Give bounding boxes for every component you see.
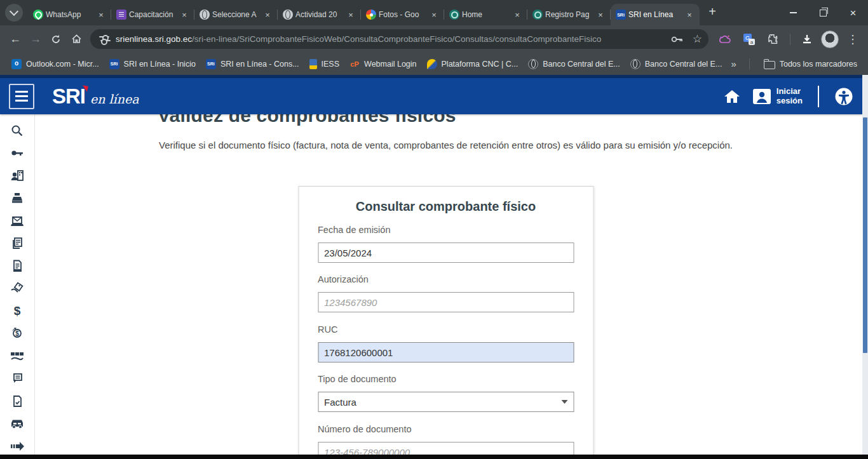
ruc-input[interactable] — [318, 342, 574, 363]
bookmark-star-icon[interactable]: ☆ — [693, 32, 702, 46]
sri-logo[interactable]: SRI en línea — [52, 84, 139, 109]
maximize-button[interactable] — [808, 0, 838, 25]
tab-close-icon[interactable]: × — [684, 10, 695, 20]
tab-close-icon[interactable]: × — [96, 10, 106, 20]
tab-capacitacion[interactable]: Capacitación × — [111, 4, 194, 25]
document-lines-icon[interactable] — [4, 255, 30, 277]
scrollbar-thumb[interactable] — [863, 117, 867, 353]
tab-actividad[interactable]: Actividad 20 × — [278, 4, 361, 25]
address-bar[interactable]: srienlinea.sri.gob.ec/sri-en-linea/SriCo… — [90, 29, 709, 49]
bookmark-sri-inicio[interactable]: SRI en Línea - Inicio — [104, 57, 201, 72]
bookmark-label: Outlook.com - Micr... — [26, 60, 99, 69]
tab-search-button[interactable] — [5, 4, 23, 22]
bookmark-label: Banco Central del E... — [543, 60, 620, 69]
payment-bills-icon[interactable] — [4, 345, 30, 368]
browser-menu-button[interactable]: ⋮ — [843, 29, 863, 50]
bookmark-bce-1[interactable]: Banco Central del E... — [523, 57, 625, 72]
bookmark-webmail[interactable]: Webmail Login — [344, 57, 421, 72]
tipo-documento-select[interactable]: Factura — [318, 392, 574, 412]
menu-hamburger-button[interactable] — [9, 84, 34, 109]
tab-title: Fotos - Goo — [379, 10, 426, 19]
svg-text:a: a — [750, 39, 754, 44]
autorizacion-input[interactable] — [318, 292, 574, 312]
back-button[interactable]: ← — [5, 29, 25, 50]
declaration-check-icon[interactable] — [4, 390, 30, 413]
fecha-emision-input[interactable] — [318, 243, 574, 263]
profile-avatar[interactable] — [821, 30, 839, 48]
key-access-icon[interactable] — [4, 142, 30, 165]
tab-title: Actividad 20 — [295, 10, 343, 19]
electronic-mail-icon[interactable] — [4, 210, 30, 232]
bookmark-label: Webmail Login — [364, 60, 416, 69]
search-icon[interactable] — [4, 119, 30, 142]
tab-home[interactable]: Home × — [444, 4, 527, 25]
tab-whatsapp[interactable]: WhatsApp × — [28, 4, 111, 25]
tab-strip: WhatsApp × Capacitación × Seleccione A ×… — [0, 0, 868, 25]
extension-cloud-icon[interactable] — [715, 29, 735, 50]
bookmark-label: IESS — [322, 60, 340, 69]
refund-dollar-icon[interactable]: $ — [4, 323, 30, 345]
bookmark-cnc[interactable]: Plataforma CNC | C... — [422, 57, 524, 72]
bookmark-iess[interactable]: IESS — [304, 57, 345, 72]
home-icon — [723, 89, 741, 104]
hand-tag-icon[interactable] — [4, 277, 30, 300]
tab-title: Capacitación — [129, 10, 177, 19]
bookmarks-overflow-button[interactable]: » — [727, 58, 740, 69]
bookmark-label: Banco Central del E... — [645, 60, 722, 69]
documents-copy-icon[interactable] — [4, 232, 30, 255]
site-home-button[interactable] — [723, 89, 741, 104]
bookmark-outlook[interactable]: Outlook.com - Micr... — [6, 57, 104, 72]
sri-favicon — [616, 10, 626, 20]
google-photos-favicon — [366, 10, 376, 20]
chat-document-icon[interactable] — [4, 368, 30, 390]
app-favicon — [532, 10, 543, 20]
app-favicon — [449, 10, 459, 20]
password-key-icon[interactable] — [671, 36, 684, 43]
cpanel-favicon — [349, 59, 360, 69]
user-icon — [752, 88, 771, 105]
tab-close-icon[interactable]: × — [179, 10, 189, 20]
translate-icon[interactable]: G a — [739, 29, 759, 50]
dollar-icon[interactable]: $ — [4, 300, 30, 323]
minimize-button[interactable] — [778, 0, 808, 25]
outlook-favicon — [11, 59, 22, 69]
cloud-icon — [719, 34, 731, 44]
all-bookmarks-label: Todos los marcadores — [780, 60, 857, 69]
tab-title: SRI en Línea — [628, 10, 682, 19]
bookmark-bce-2[interactable]: Banco Central del E... — [625, 57, 728, 72]
tab-seleccione[interactable]: Seleccione A × — [194, 4, 278, 25]
toolbar-right: G a ⋮ — [715, 29, 863, 50]
screen-bottom-bar — [0, 455, 868, 459]
tab-sri-active[interactable]: SRI en Línea × — [611, 4, 700, 25]
cash-register-icon[interactable] — [4, 187, 30, 210]
reload-button[interactable] — [46, 29, 66, 50]
login-label: Iniciarsesión — [776, 87, 803, 106]
tab-close-icon[interactable]: × — [595, 10, 606, 20]
extensions-puzzle-icon[interactable] — [763, 29, 783, 50]
tab-fotos[interactable]: Fotos - Goo × — [361, 4, 444, 25]
tab-close-icon[interactable]: × — [346, 10, 356, 20]
puzzle-glyph — [768, 34, 779, 44]
accessibility-button[interactable] — [834, 87, 853, 106]
tab-registro[interactable]: Registro Pag × — [527, 4, 611, 25]
tab-close-icon[interactable]: × — [262, 10, 273, 20]
tipo-documento-label: Tipo de documento — [318, 374, 397, 384]
url-text: srienlinea.sri.gob.ec/sri-en-linea/SriCo… — [116, 34, 665, 44]
tab-title: Registro Pag — [545, 10, 593, 19]
autorizacion-label: Autorización — [318, 274, 369, 284]
all-bookmarks-button[interactable]: Todos los marcadores — [759, 57, 862, 72]
downloads-button[interactable] — [797, 29, 817, 50]
home-button[interactable] — [66, 29, 86, 50]
forward-button[interactable]: → — [25, 29, 46, 50]
tab-close-icon[interactable]: × — [512, 10, 522, 20]
browser-toolbar: ← → srienlinea.sri.gob.ec/sri-en-linea/S… — [0, 25, 868, 53]
site-settings-icon[interactable] — [99, 34, 112, 44]
taxpayer-registry-icon[interactable] — [4, 164, 30, 187]
login-button[interactable]: Iniciarsesión — [752, 87, 803, 106]
vehicle-icon[interactable] — [4, 413, 30, 436]
tab-close-icon[interactable]: × — [429, 10, 439, 20]
window-controls: × — [778, 0, 868, 25]
bookmark-sri-consultas[interactable]: SRI en Línea - Cons... — [201, 57, 304, 72]
close-window-button[interactable]: × — [838, 0, 868, 25]
new-tab-button[interactable]: + — [703, 3, 721, 21]
